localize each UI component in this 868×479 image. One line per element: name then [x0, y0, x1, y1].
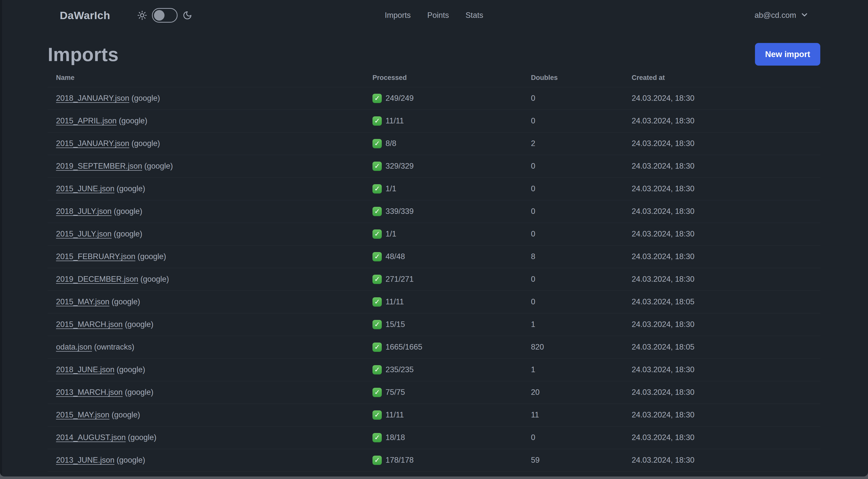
import-file-link[interactable]: 2015_JANUARY.json — [56, 139, 129, 148]
processed-count: 8/8 — [385, 139, 396, 148]
created-at: 24.03.2024, 18:30 — [632, 426, 820, 449]
import-file-link[interactable]: 2015_MAY.json — [56, 410, 110, 419]
created-at: 24.03.2024, 18:30 — [632, 132, 820, 155]
table-row: 2015_MAY.json (google) 11/11 11 24.03.20… — [48, 403, 820, 426]
success-check-icon — [372, 161, 382, 171]
import-source-label: (google) — [114, 207, 143, 216]
theme-toggle-group — [137, 8, 192, 23]
table-row: 2015_MARCH.json (google) 15/15 1 24.03.2… — [48, 313, 820, 336]
import-file-link[interactable]: 2015_JUNE.json — [56, 184, 115, 193]
import-source-label: (google) — [112, 297, 140, 306]
import-source-label: (google) — [137, 252, 166, 261]
table-header-row: Name Processed Doubles Created at — [48, 69, 820, 87]
doubles-count: 0 — [531, 155, 632, 177]
theme-toggle-knob — [154, 10, 164, 21]
table-row: 2013_MARCH.json (google) 75/75 20 24.03.… — [48, 381, 820, 403]
nav-link-points[interactable]: Points — [427, 11, 449, 20]
new-import-button[interactable]: New import — [755, 43, 820, 66]
table-row: 2015_JUNE.json (google) 1/1 0 24.03.2024… — [48, 177, 820, 200]
import-file-link[interactable]: 2018_JULY.json — [56, 207, 112, 216]
created-at: 24.03.2024, 18:30 — [632, 87, 820, 110]
import-file-link[interactable]: 2018_JUNE.json — [56, 365, 115, 374]
success-check-icon — [372, 207, 382, 216]
import-source-label: (google) — [117, 365, 145, 374]
doubles-count: 0 — [531, 268, 632, 291]
processed-count: 1/1 — [385, 230, 396, 239]
processed-count: 11/11 — [385, 116, 404, 125]
import-source-label: (google) — [117, 184, 145, 193]
import-file-link[interactable]: 2015_MARCH.json — [56, 320, 123, 329]
sun-icon — [137, 10, 147, 20]
import-source-label: (google) — [117, 456, 145, 465]
created-at: 24.03.2024, 18:30 — [632, 110, 820, 132]
import-file-link[interactable]: odata.json — [56, 342, 92, 351]
table-row: 2018_JUNE.json (google) 235/235 1 24.03.… — [48, 358, 820, 381]
import-file-link[interactable]: 2013_JUNE.json — [56, 456, 115, 465]
nav-link-imports[interactable]: Imports — [385, 11, 411, 20]
app-logo[interactable]: DaWarIch — [60, 9, 110, 22]
import-file-link[interactable]: 2019_DECEMBER.json — [56, 275, 138, 283]
created-at: 24.03.2024, 18:30 — [632, 268, 820, 291]
success-check-icon — [372, 94, 382, 103]
doubles-count: 1 — [531, 358, 632, 381]
nav-link-stats[interactable]: Stats — [465, 11, 483, 20]
import-file-link[interactable]: 2015_APRIL.json — [56, 116, 117, 125]
success-check-icon — [372, 342, 382, 352]
import-file-link[interactable]: 2013_MARCH.json — [56, 388, 123, 396]
success-check-icon — [372, 230, 382, 239]
import-file-link[interactable]: 2014_AUGUST.json — [56, 433, 126, 442]
doubles-count: 59 — [531, 449, 632, 472]
window-left-edge — [0, 0, 2, 477]
success-check-icon — [372, 116, 382, 126]
import-source-label: (google) — [128, 433, 156, 442]
table-row: 2019_DECEMBER.json (google) 271/271 0 24… — [48, 268, 820, 291]
user-menu[interactable]: ab@cd.com — [754, 11, 808, 20]
import-file-link[interactable]: 2015_FEBRUARY.json — [56, 252, 135, 261]
success-check-icon — [372, 320, 382, 329]
theme-toggle-switch[interactable] — [152, 8, 178, 23]
processed-count: 339/339 — [385, 207, 414, 216]
processed-count: 75/75 — [385, 388, 405, 397]
doubles-count: 11 — [531, 403, 632, 426]
column-header-name: Name — [48, 69, 372, 87]
import-source-label: (google) — [114, 230, 143, 238]
import-file-link[interactable]: 2015_MAY.json — [56, 297, 110, 306]
doubles-count: 0 — [531, 177, 632, 200]
chevron-down-icon — [801, 11, 808, 20]
import-file-link[interactable]: 2015_JULY.json — [56, 230, 112, 238]
table-row: 2015_JULY.json (google) 1/1 0 24.03.2024… — [48, 223, 820, 245]
created-at: 24.03.2024, 18:30 — [632, 177, 820, 200]
doubles-count: 8 — [531, 245, 632, 268]
success-check-icon — [372, 456, 382, 465]
success-check-icon — [372, 365, 382, 375]
processed-count: 1665/1665 — [385, 342, 423, 352]
created-at: 24.03.2024, 18:30 — [632, 245, 820, 268]
column-header-created-at: Created at — [632, 69, 820, 87]
table-row: odata.json (owntracks) 1665/1665 820 24.… — [48, 336, 820, 358]
imports-table-body: 2018_JANUARY.json (google) 249/249 0 24.… — [48, 87, 820, 477]
success-check-icon — [372, 297, 382, 307]
created-at: 24.03.2024, 18:30 — [632, 313, 820, 336]
processed-count: 15/15 — [385, 320, 405, 329]
import-source-label: (owntracks) — [94, 342, 134, 351]
import-source-label: (google) — [125, 320, 153, 329]
table-row: 2015_JANUARY.json (google) 8/8 2 24.03.2… — [48, 132, 820, 155]
import-source-label: (google) — [119, 116, 148, 125]
doubles-count — [531, 472, 632, 477]
import-source-label: (google) — [145, 161, 173, 170]
doubles-count: 0 — [531, 223, 632, 245]
processed-count: 48/48 — [385, 252, 405, 261]
doubles-count: 1 — [531, 313, 632, 336]
table-row: 2018_JULY.json (google) 339/339 0 24.03.… — [48, 200, 820, 223]
main-content: Imports New import Name Processed Double… — [0, 40, 868, 477]
column-header-doubles: Doubles — [531, 69, 632, 87]
created-at: 24.03.2024, 18:30 — [632, 449, 820, 472]
doubles-count: 0 — [531, 110, 632, 132]
created-at: 24.03.2024, 18:05 — [632, 336, 820, 358]
processed-count: 235/235 — [385, 365, 414, 374]
import-file-link[interactable]: 2018_JANUARY.json — [56, 94, 129, 102]
processed-count: 249/249 — [385, 94, 414, 103]
success-check-icon — [372, 388, 382, 397]
import-file-link[interactable]: 2019_SEPTEMBER.json — [56, 161, 142, 170]
success-check-icon — [372, 275, 382, 284]
